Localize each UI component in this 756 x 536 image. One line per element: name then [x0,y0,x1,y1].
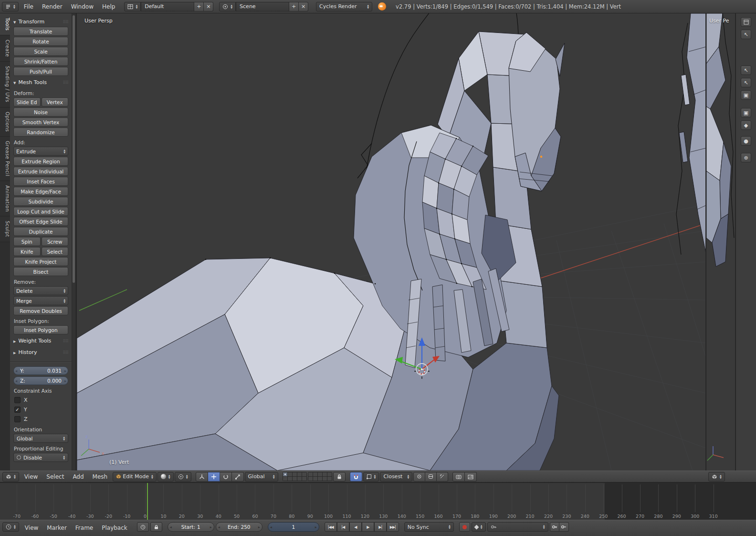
manipulator-toggle-button[interactable] [196,472,208,482]
opengl-render-button[interactable] [452,472,465,482]
snap-peel-button[interactable] [425,472,437,482]
mesh-fragment-right[interactable] [676,13,705,255]
tool-shelf-tab[interactable]: Grease Pencil [0,137,10,181]
operator-number-field[interactable]: Z: 0.000 [13,376,68,385]
timeline-menu-item[interactable]: Frame [71,522,97,534]
tool-button[interactable]: Select [42,247,69,256]
playback-button[interactable]: |◀◀ [325,522,337,532]
add-scene-button[interactable]: + [289,2,299,11]
tool-button[interactable]: Spin [13,237,41,246]
playback-button[interactable]: |◀ [337,522,349,532]
orientation-dropdown[interactable]: Global [13,434,68,443]
deform-tool-button[interactable]: Smooth Vertex [13,118,68,127]
record-button[interactable] [459,522,470,532]
tool-shelf-tab[interactable]: Sculpt [0,216,10,242]
axis-checkbox[interactable]: ✓ [14,407,21,413]
viewport-menu-item[interactable]: Mesh [88,471,112,482]
inset-polygon-button[interactable]: Inset Polygon [13,325,68,334]
constraint-axis-row[interactable]: Z [13,414,68,424]
constraint-axis-row[interactable]: ✓ Y [13,405,68,414]
av-sync-dropdown[interactable]: No Sync [404,522,454,532]
lock-to-scene-button[interactable] [333,472,346,482]
viewport-menu-item[interactable]: View [20,471,42,482]
timeline-menu-item[interactable]: View [21,522,42,534]
add-tool-button[interactable]: Inset Faces [13,177,68,186]
transform-tool-button[interactable]: Rotate [13,37,68,46]
extrude-dropdown[interactable]: Extrude [13,147,68,156]
tool-shelf-tab[interactable]: Options [0,107,10,137]
add-tool-button[interactable]: Extrude Region [13,157,68,166]
transform-panel-header[interactable]: Transform [13,17,68,27]
frame-start-field[interactable]: Start: 1 [168,522,214,532]
transform-tool-button[interactable]: Shrink/Fatten [13,57,68,66]
lock-time-button[interactable] [150,522,162,532]
proportional-editing-dropdown[interactable]: Disable [13,453,68,462]
timeline-canvas[interactable]: -70-60-50-40-30-20-100102030405060708090… [0,482,756,520]
playback-button[interactable]: ▶ [362,522,374,532]
screen-layout-name-field[interactable]: Default [141,2,194,11]
remove-dropdown[interactable]: Merge [13,296,68,305]
header-menu-item[interactable]: Help [98,1,119,12]
panel-grip-icon[interactable] [63,80,68,85]
scene-name-field[interactable]: Scene [236,2,289,11]
remove-doubles-button[interactable]: Remove Doubles [13,306,68,315]
remove-dropdown[interactable]: Delete [13,286,68,295]
viewport-shading-dropdown[interactable] [158,472,174,482]
add-tool-button[interactable]: Offset Edge Slide [13,217,68,226]
header-menu-item[interactable]: File [20,1,38,12]
rotate-manipulator-button[interactable] [220,472,232,482]
transform-tool-button[interactable]: Push/Pull [13,67,68,76]
insert-keyframe-button[interactable] [550,522,559,532]
scene-browse-button[interactable] [219,2,236,11]
timeline-menu-item[interactable]: Marker [42,522,71,534]
tool-shelf-tab[interactable]: Create [0,35,10,62]
close-scene-button[interactable]: × [299,2,308,11]
use-preview-range-button[interactable] [137,522,149,532]
panel-grip-icon[interactable] [63,339,68,343]
frame-end-field[interactable]: End: 250 [216,522,262,532]
header-menu-item[interactable]: Window [67,1,98,12]
current-frame-line[interactable] [147,483,148,520]
editor-type-button[interactable] [741,17,751,27]
mesh-tools-panel-header[interactable]: Mesh Tools [13,77,68,87]
playback-button[interactable]: ◀ [349,522,362,532]
render-engine-dropdown[interactable]: Cycles Render [316,2,372,11]
current-frame-field[interactable]: 1 [268,522,319,532]
panel-grip-icon[interactable] [63,20,68,24]
keying-set-dropdown[interactable] [487,522,548,532]
operator-number-field[interactable]: Y: 0.031 [13,366,68,375]
snap-align-button[interactable] [437,472,448,482]
add-screen-layout-button[interactable]: + [194,2,204,11]
snap-element-dropdown[interactable] [363,472,379,482]
tool-shelf-scrollbar[interactable] [72,13,75,471]
add-tool-button[interactable]: Make Edge/Face [13,187,68,196]
layers-widget-left[interactable] [283,472,307,481]
collapsed-panel-header[interactable]: Weight Tools [13,336,68,346]
translate-manipulator-button[interactable] [208,472,220,482]
axis-checkbox[interactable] [14,416,21,422]
snap-self-button[interactable] [413,472,425,482]
tool-button[interactable]: Knife [13,247,41,256]
scrollbar-thumb[interactable] [73,15,75,283]
auto-key-mode-dropdown[interactable] [472,522,486,532]
deform-tool-button[interactable]: Randomize [13,128,68,137]
delete-keyframe-button[interactable] [559,522,569,532]
mesh-model[interactable]: x z [77,13,705,471]
viewport-menu-item[interactable]: Add [68,471,88,482]
editor-type-button[interactable] [2,522,19,532]
properties-tab-icon[interactable]: ▣ [741,108,751,118]
snap-toggle-button[interactable] [350,472,362,482]
properties-tab-icon[interactable]: ● [741,136,751,146]
layers-widget-right[interactable] [308,472,332,481]
pivot-center-dropdown[interactable] [175,472,191,482]
secondary-editor-type-button[interactable] [708,472,725,482]
vertex-slide-button[interactable]: Vertex [42,97,69,107]
playback-button[interactable]: ▶| [374,522,387,532]
transform-tool-button[interactable]: Translate [13,27,68,36]
secondary-3d-viewport[interactable]: User Pe [706,13,735,471]
scale-manipulator-button[interactable] [232,472,244,482]
properties-tab-icon[interactable]: ⊕ [741,153,751,162]
add-tool-button[interactable]: Subdivide [13,197,68,206]
transform-orientation-dropdown[interactable]: Global [245,472,278,482]
axis-checkbox[interactable] [14,397,21,403]
